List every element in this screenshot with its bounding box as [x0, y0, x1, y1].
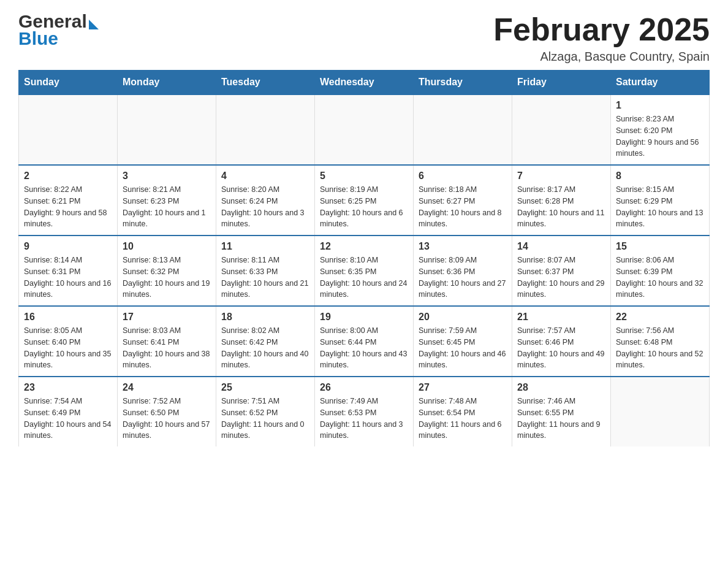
day-info: Sunrise: 7:49 AMSunset: 6:53 PMDaylight:…	[320, 396, 408, 442]
calendar-week-row: 9Sunrise: 8:14 AMSunset: 6:31 PMDaylight…	[19, 236, 710, 306]
calendar-cell: 1Sunrise: 8:23 AMSunset: 6:20 PMDaylight…	[611, 94, 710, 165]
day-info: Sunrise: 8:10 AMSunset: 6:35 PMDaylight:…	[320, 255, 408, 301]
day-number: 6	[419, 170, 507, 182]
day-number: 12	[320, 241, 408, 252]
day-number: 7	[517, 170, 605, 182]
calendar-cell: 2Sunrise: 8:22 AMSunset: 6:21 PMDaylight…	[19, 165, 118, 236]
day-info: Sunrise: 8:19 AMSunset: 6:25 PMDaylight:…	[320, 184, 408, 230]
day-info: Sunrise: 7:56 AMSunset: 6:48 PMDaylight:…	[616, 325, 704, 371]
day-info: Sunrise: 8:03 AMSunset: 6:41 PMDaylight:…	[123, 325, 211, 371]
calendar-cell: 17Sunrise: 8:03 AMSunset: 6:41 PMDayligh…	[118, 306, 216, 377]
day-number: 26	[320, 382, 408, 393]
calendar-week-row: 23Sunrise: 7:54 AMSunset: 6:49 PMDayligh…	[19, 377, 710, 446]
day-info: Sunrise: 7:46 AMSunset: 6:55 PMDaylight:…	[517, 396, 605, 442]
calendar-cell: 25Sunrise: 7:51 AMSunset: 6:52 PMDayligh…	[216, 377, 315, 446]
day-info: Sunrise: 8:20 AMSunset: 6:24 PMDaylight:…	[221, 184, 309, 230]
calendar-cell: 11Sunrise: 8:11 AMSunset: 6:33 PMDayligh…	[216, 236, 315, 306]
day-info: Sunrise: 8:15 AMSunset: 6:29 PMDaylight:…	[616, 184, 704, 230]
calendar-cell: 23Sunrise: 7:54 AMSunset: 6:49 PMDayligh…	[19, 377, 118, 446]
calendar-table: SundayMondayTuesdayWednesdayThursdayFrid…	[18, 70, 710, 446]
calendar-cell: 22Sunrise: 7:56 AMSunset: 6:48 PMDayligh…	[611, 306, 710, 377]
day-info: Sunrise: 7:51 AMSunset: 6:52 PMDaylight:…	[221, 396, 309, 442]
calendar-cell	[414, 94, 512, 165]
weekday-header-row: SundayMondayTuesdayWednesdayThursdayFrid…	[19, 71, 710, 95]
logo: General Blue	[18, 12, 99, 49]
calendar-cell: 6Sunrise: 8:18 AMSunset: 6:27 PMDaylight…	[414, 165, 512, 236]
calendar-cell: 5Sunrise: 8:19 AMSunset: 6:25 PMDaylight…	[315, 165, 414, 236]
day-info: Sunrise: 8:18 AMSunset: 6:27 PMDaylight:…	[419, 184, 507, 230]
day-number: 18	[221, 312, 309, 323]
calendar-body: 1Sunrise: 8:23 AMSunset: 6:20 PMDaylight…	[19, 94, 710, 446]
day-info: Sunrise: 8:09 AMSunset: 6:36 PMDaylight:…	[419, 255, 507, 301]
day-info: Sunrise: 7:59 AMSunset: 6:45 PMDaylight:…	[419, 325, 507, 371]
calendar-cell: 10Sunrise: 8:13 AMSunset: 6:32 PMDayligh…	[118, 236, 216, 306]
calendar-cell: 9Sunrise: 8:14 AMSunset: 6:31 PMDaylight…	[19, 236, 118, 306]
day-info: Sunrise: 7:48 AMSunset: 6:54 PMDaylight:…	[419, 396, 507, 442]
calendar-week-row: 16Sunrise: 8:05 AMSunset: 6:40 PMDayligh…	[19, 306, 710, 377]
calendar-cell: 4Sunrise: 8:20 AMSunset: 6:24 PMDaylight…	[216, 165, 315, 236]
day-info: Sunrise: 8:11 AMSunset: 6:33 PMDaylight:…	[221, 255, 309, 301]
day-info: Sunrise: 8:23 AMSunset: 6:20 PMDaylight:…	[616, 113, 704, 159]
day-number: 21	[517, 312, 605, 323]
calendar-cell	[611, 377, 710, 446]
weekday-header-saturday: Saturday	[611, 71, 710, 95]
month-title: February 2025	[493, 12, 710, 47]
calendar-cell: 14Sunrise: 8:07 AMSunset: 6:37 PMDayligh…	[512, 236, 611, 306]
calendar-cell: 24Sunrise: 7:52 AMSunset: 6:50 PMDayligh…	[118, 377, 216, 446]
day-info: Sunrise: 8:07 AMSunset: 6:37 PMDaylight:…	[517, 255, 605, 301]
day-info: Sunrise: 8:05 AMSunset: 6:40 PMDaylight:…	[24, 325, 112, 371]
calendar-cell: 28Sunrise: 7:46 AMSunset: 6:55 PMDayligh…	[512, 377, 611, 446]
calendar-cell: 16Sunrise: 8:05 AMSunset: 6:40 PMDayligh…	[19, 306, 118, 377]
calendar-cell	[19, 94, 118, 165]
calendar-cell: 7Sunrise: 8:17 AMSunset: 6:28 PMDaylight…	[512, 165, 611, 236]
day-number: 17	[123, 312, 211, 323]
day-number: 1	[616, 100, 704, 111]
calendar-cell: 8Sunrise: 8:15 AMSunset: 6:29 PMDaylight…	[611, 165, 710, 236]
day-info: Sunrise: 8:22 AMSunset: 6:21 PMDaylight:…	[24, 184, 112, 230]
calendar-cell: 26Sunrise: 7:49 AMSunset: 6:53 PMDayligh…	[315, 377, 414, 446]
calendar-cell: 15Sunrise: 8:06 AMSunset: 6:39 PMDayligh…	[611, 236, 710, 306]
weekday-header-monday: Monday	[118, 71, 216, 95]
calendar-cell	[315, 94, 414, 165]
day-number: 11	[221, 241, 309, 252]
day-number: 16	[24, 312, 112, 323]
calendar-cell: 21Sunrise: 7:57 AMSunset: 6:46 PMDayligh…	[512, 306, 611, 377]
day-info: Sunrise: 8:21 AMSunset: 6:23 PMDaylight:…	[123, 184, 211, 230]
calendar-week-row: 1Sunrise: 8:23 AMSunset: 6:20 PMDaylight…	[19, 94, 710, 165]
weekday-header-friday: Friday	[512, 71, 611, 95]
day-number: 27	[419, 382, 507, 393]
calendar-cell	[118, 94, 216, 165]
calendar-cell: 19Sunrise: 8:00 AMSunset: 6:44 PMDayligh…	[315, 306, 414, 377]
calendar-header: SundayMondayTuesdayWednesdayThursdayFrid…	[19, 71, 710, 95]
day-number: 28	[517, 382, 605, 393]
day-number: 22	[616, 312, 704, 323]
day-info: Sunrise: 7:54 AMSunset: 6:49 PMDaylight:…	[24, 396, 112, 442]
calendar-cell: 27Sunrise: 7:48 AMSunset: 6:54 PMDayligh…	[414, 377, 512, 446]
day-info: Sunrise: 8:13 AMSunset: 6:32 PMDaylight:…	[123, 255, 211, 301]
weekday-header-tuesday: Tuesday	[216, 71, 315, 95]
day-number: 15	[616, 241, 704, 252]
day-number: 8	[616, 170, 704, 182]
day-info: Sunrise: 8:17 AMSunset: 6:28 PMDaylight:…	[517, 184, 605, 230]
day-info: Sunrise: 8:00 AMSunset: 6:44 PMDaylight:…	[320, 325, 408, 371]
day-number: 3	[123, 170, 211, 182]
day-number: 24	[123, 382, 211, 393]
calendar-cell	[216, 94, 315, 165]
day-number: 10	[123, 241, 211, 252]
calendar-cell: 3Sunrise: 8:21 AMSunset: 6:23 PMDaylight…	[118, 165, 216, 236]
day-number: 20	[419, 312, 507, 323]
day-number: 13	[419, 241, 507, 252]
day-number: 4	[221, 170, 309, 182]
day-number: 25	[221, 382, 309, 393]
title-section: February 2025 Alzaga, Basque Country, Sp…	[493, 12, 710, 64]
day-info: Sunrise: 7:57 AMSunset: 6:46 PMDaylight:…	[517, 325, 605, 371]
page-header: General Blue February 2025 Alzaga, Basqu…	[18, 12, 710, 64]
day-info: Sunrise: 8:02 AMSunset: 6:42 PMDaylight:…	[221, 325, 309, 371]
calendar-cell: 20Sunrise: 7:59 AMSunset: 6:45 PMDayligh…	[414, 306, 512, 377]
location-text: Alzaga, Basque Country, Spain	[493, 50, 710, 64]
day-number: 5	[320, 170, 408, 182]
weekday-header-thursday: Thursday	[414, 71, 512, 95]
day-number: 23	[24, 382, 112, 393]
day-info: Sunrise: 8:14 AMSunset: 6:31 PMDaylight:…	[24, 255, 112, 301]
day-number: 19	[320, 312, 408, 323]
